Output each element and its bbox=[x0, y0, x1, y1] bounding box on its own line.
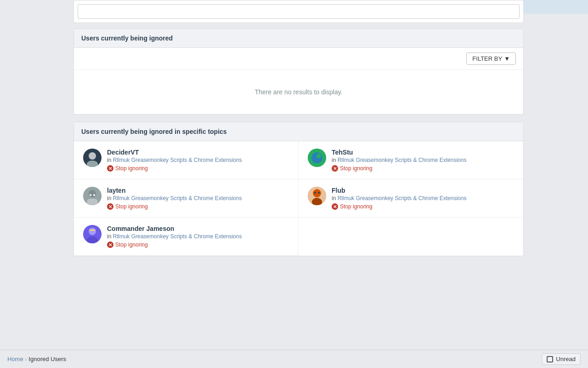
avatar-tehstu bbox=[308, 149, 326, 167]
username-flub: Flub bbox=[332, 187, 514, 194]
unread-icon bbox=[547, 356, 553, 362]
stop-ignoring-layten[interactable]: ✕ Stop ignoring bbox=[107, 203, 289, 210]
stop-icon-flub: ✕ bbox=[332, 203, 338, 210]
ignored-topics-title: Users currently being ignored in specifi… bbox=[81, 128, 516, 135]
filter-by-label: FILTER BY bbox=[472, 55, 502, 62]
svg-point-14 bbox=[314, 192, 316, 194]
user-entry-flub: Flub in Rllmuk Greasemonkey Scripts & Ch… bbox=[299, 179, 523, 218]
username-decidervt: DeciderVT bbox=[107, 149, 289, 156]
svg-rect-19 bbox=[90, 230, 95, 231]
svg-point-12 bbox=[313, 189, 321, 197]
user-context-tehstu: in Rllmuk Greasemonkey Scripts & Chrome … bbox=[332, 157, 514, 163]
topic-link-flub[interactable]: Rllmuk Greasemonkey Scripts & Chrome Ext… bbox=[338, 195, 467, 201]
user-entry-layten: layten in Rllmuk Greasemonkey Scripts & … bbox=[74, 179, 299, 218]
svg-point-9 bbox=[90, 194, 91, 196]
right-sidebar bbox=[524, 0, 588, 368]
user-info-decidervt: DeciderVT in Rllmuk Greasemonkey Scripts… bbox=[107, 149, 289, 172]
stop-icon-decidervt: ✕ bbox=[107, 165, 113, 172]
user-entry-empty bbox=[299, 218, 523, 256]
breadcrumb-home[interactable]: Home bbox=[7, 356, 23, 362]
user-context-commander: in Rllmuk Greasemonkey Scripts & Chrome … bbox=[107, 233, 289, 240]
topic-link-commander[interactable]: Rllmuk Greasemonkey Scripts & Chrome Ext… bbox=[113, 233, 242, 240]
svg-point-4 bbox=[311, 152, 322, 163]
svg-point-15 bbox=[318, 192, 320, 194]
user-info-commander: Commander Jameson in Rllmuk Greasemonkey… bbox=[107, 225, 289, 248]
top-input-section bbox=[74, 0, 524, 23]
breadcrumb: Home › Ignored Users bbox=[7, 356, 66, 362]
username-commander: Commander Jameson bbox=[107, 225, 289, 232]
unread-label: Unread bbox=[556, 356, 576, 362]
svg-point-1 bbox=[89, 152, 96, 160]
ignored-topics-header: Users currently being ignored in specifi… bbox=[74, 122, 523, 141]
ignored-users-header: Users currently being ignored bbox=[74, 29, 523, 48]
no-results-message: There are no results to display. bbox=[74, 70, 523, 114]
user-entry-decidervt: DeciderVT in Rllmuk Greasemonkey Scripts… bbox=[74, 141, 299, 179]
breadcrumb-separator: › bbox=[25, 356, 27, 362]
stop-ignoring-commander[interactable]: ✕ Stop ignoring bbox=[107, 242, 289, 248]
topic-link-decidervt[interactable]: Rllmuk Greasemonkey Scripts & Chrome Ext… bbox=[113, 157, 242, 163]
topic-link-layten[interactable]: Rllmuk Greasemonkey Scripts & Chrome Ext… bbox=[113, 195, 242, 201]
search-input[interactable] bbox=[78, 4, 520, 19]
breadcrumb-current: Ignored Users bbox=[28, 356, 66, 362]
avatar-commander bbox=[83, 225, 102, 243]
username-layten: layten bbox=[107, 187, 289, 194]
user-info-flub: Flub in Rllmuk Greasemonkey Scripts & Ch… bbox=[332, 187, 514, 210]
stop-icon-tehstu: ✕ bbox=[332, 165, 338, 172]
user-context-flub: in Rllmuk Greasemonkey Scripts & Chrome … bbox=[332, 195, 514, 201]
left-sidebar bbox=[0, 0, 74, 368]
topic-link-tehstu[interactable]: Rllmuk Greasemonkey Scripts & Chrome Ext… bbox=[338, 157, 467, 163]
user-entry-tehstu: TehStu in Rllmuk Greasemonkey Scripts & … bbox=[299, 141, 523, 179]
ignored-users-title: Users currently being ignored bbox=[81, 34, 516, 42]
chevron-down-icon: ▼ bbox=[504, 55, 510, 62]
ignored-users-section: Users currently being ignored FILTER BY … bbox=[74, 29, 524, 115]
right-panel-partial bbox=[524, 0, 588, 14]
user-entry-commander: Commander Jameson in Rllmuk Greasemonkey… bbox=[74, 218, 299, 256]
stop-ignoring-flub[interactable]: ✕ Stop ignoring bbox=[332, 203, 514, 210]
svg-point-7 bbox=[89, 190, 96, 197]
svg-rect-8 bbox=[87, 199, 98, 205]
avatar-flub bbox=[308, 187, 326, 205]
svg-point-5 bbox=[317, 154, 321, 158]
ignored-topics-section: Users currently being ignored in specifi… bbox=[74, 122, 524, 256]
stop-ignoring-tehstu[interactable]: ✕ Stop ignoring bbox=[332, 165, 514, 172]
filter-by-button[interactable]: FILTER BY ▼ bbox=[466, 52, 516, 65]
filter-bar: FILTER BY ▼ bbox=[74, 48, 523, 70]
users-grid: DeciderVT in Rllmuk Greasemonkey Scripts… bbox=[74, 141, 523, 256]
stop-ignoring-decidervt[interactable]: ✕ Stop ignoring bbox=[107, 165, 289, 172]
user-info-tehstu: TehStu in Rllmuk Greasemonkey Scripts & … bbox=[332, 149, 514, 172]
stop-icon-commander: ✕ bbox=[107, 242, 113, 248]
user-context-layten: in Rllmuk Greasemonkey Scripts & Chrome … bbox=[107, 195, 289, 201]
footer-bar: Home › Ignored Users Unread bbox=[0, 350, 588, 368]
svg-point-17 bbox=[89, 228, 96, 235]
user-context-decidervt: in Rllmuk Greasemonkey Scripts & Chrome … bbox=[107, 157, 289, 163]
avatar-layten bbox=[83, 187, 102, 205]
stop-icon-layten: ✕ bbox=[107, 203, 113, 210]
main-content: Users currently being ignored FILTER BY … bbox=[74, 0, 524, 368]
svg-point-10 bbox=[93, 194, 95, 196]
username-tehstu: TehStu bbox=[332, 149, 514, 156]
unread-button[interactable]: Unread bbox=[542, 353, 581, 365]
user-info-layten: layten in Rllmuk Greasemonkey Scripts & … bbox=[107, 187, 289, 210]
avatar-decidervt bbox=[83, 149, 102, 167]
